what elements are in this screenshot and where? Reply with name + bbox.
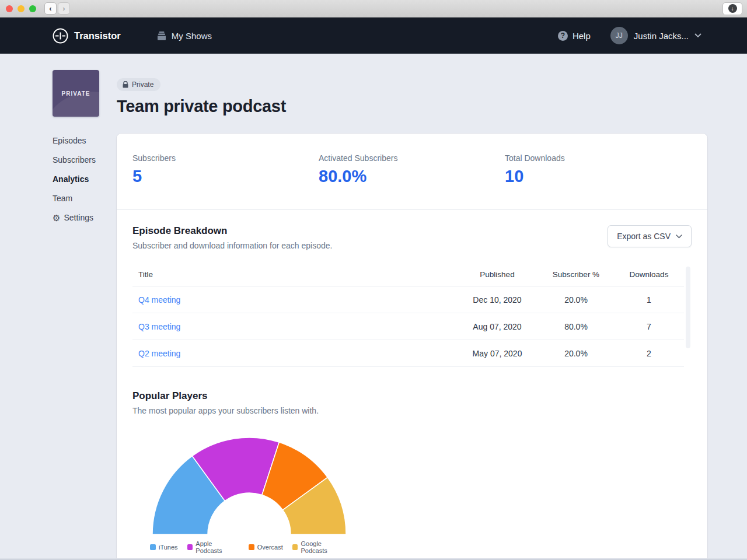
sidebar-item-analytics[interactable]: Analytics xyxy=(53,174,117,184)
sidebar-item-team[interactable]: Team xyxy=(53,194,117,203)
column-header-title: Title xyxy=(132,263,456,286)
stat-total-downloads: Total Downloads 10 xyxy=(505,153,691,186)
analytics-card: Subscribers 5 Activated Subscribers 80.0… xyxy=(117,134,707,560)
chevron-down-icon xyxy=(676,235,682,239)
artwork-label: PRIVATE xyxy=(62,90,90,97)
avatar: JJ xyxy=(610,27,628,44)
legend-item: Google Podcasts xyxy=(292,540,348,554)
stat-value: 10 xyxy=(505,167,691,186)
cell-downloads: 2 xyxy=(614,340,684,367)
transistor-logo-icon xyxy=(53,28,68,44)
show-nav: Episodes Subscribers Analytics Team ⚙ Se… xyxy=(53,136,117,222)
stat-value: 5 xyxy=(132,167,319,186)
settings-label: Settings xyxy=(64,213,93,222)
cell-subscriber-pct: 20.0% xyxy=(538,286,614,313)
download-icon: ↓ xyxy=(728,4,737,13)
table-row: Q4 meeting Dec 10, 2020 20.0% 1 xyxy=(132,286,684,313)
half-donut-chart xyxy=(150,436,348,536)
legend-swatch xyxy=(249,544,254,550)
table-row: Q3 meeting Aug 07, 2020 80.0% 7 xyxy=(132,313,684,340)
legend-item: Overcast xyxy=(249,540,283,554)
legend-swatch xyxy=(292,544,298,550)
episode-table: Title Published Subscriber % Downloads Q… xyxy=(132,263,684,367)
legend-label: Google Podcasts xyxy=(301,540,348,554)
traffic-lights xyxy=(6,5,36,12)
lock-icon xyxy=(123,81,128,88)
cell-published: Aug 07, 2020 xyxy=(456,313,538,340)
cell-published: May 07, 2020 xyxy=(456,340,538,367)
episode-breakdown-subtitle: Subscriber and download information for … xyxy=(132,241,332,250)
browser-forward-button[interactable]: › xyxy=(58,2,70,15)
app-navbar: Transistor My Shows ? Help JJ Justin Jac… xyxy=(0,18,747,54)
help-link[interactable]: ? Help xyxy=(558,31,591,41)
cell-downloads: 7 xyxy=(614,313,684,340)
brand-name: Transistor xyxy=(74,30,121,41)
stat-subscribers: Subscribers 5 xyxy=(132,153,319,186)
zoom-window-button[interactable] xyxy=(29,5,36,12)
export-csv-button[interactable]: Export as CSV xyxy=(608,225,692,247)
my-shows-label: My Shows xyxy=(172,31,212,41)
stat-label: Activated Subscribers xyxy=(319,153,505,163)
browser-back-button[interactable]: ‹ xyxy=(44,2,57,15)
page-title: Team private podcast xyxy=(117,97,707,116)
stat-label: Total Downloads xyxy=(505,153,691,163)
shows-archive-icon xyxy=(157,32,166,40)
column-header-downloads: Downloads xyxy=(614,263,684,286)
popular-players-section: Popular Players The most popular apps yo… xyxy=(117,367,707,560)
window-titlebar: ‹ › ↓ xyxy=(0,0,747,18)
episode-link[interactable]: Q2 meeting xyxy=(138,349,180,358)
column-header-subscriber-pct: Subscriber % xyxy=(538,263,614,286)
column-header-published: Published xyxy=(456,263,538,286)
page-body: PRIVATE Episodes Subscribers Analytics T… xyxy=(0,54,747,560)
cell-downloads: 1 xyxy=(614,286,684,313)
episode-link[interactable]: Q4 meeting xyxy=(138,295,180,304)
chevron-down-icon xyxy=(694,33,701,38)
episode-table-wrap: Title Published Subscriber % Downloads Q… xyxy=(132,263,684,367)
private-badge-label: Private xyxy=(132,80,153,89)
cell-subscriber-pct: 80.0% xyxy=(538,313,614,340)
export-csv-label: Export as CSV xyxy=(617,232,671,241)
stats-row: Subscribers 5 Activated Subscribers 80.0… xyxy=(117,134,707,210)
stat-activated-subscribers: Activated Subscribers 80.0% xyxy=(319,153,505,186)
popular-players-subtitle: The most popular apps your subscribers l… xyxy=(132,406,692,415)
show-sidebar: PRIVATE Episodes Subscribers Analytics T… xyxy=(53,70,117,560)
stat-value: 80.0% xyxy=(319,167,505,186)
user-menu[interactable]: JJ Justin Jacks... xyxy=(610,27,701,44)
legend-swatch xyxy=(187,544,193,550)
downloads-button[interactable]: ↓ xyxy=(722,2,742,15)
minimize-window-button[interactable] xyxy=(18,5,25,12)
table-scrollbar[interactable] xyxy=(686,267,690,348)
popular-players-title: Popular Players xyxy=(132,390,692,402)
my-shows-link[interactable]: My Shows xyxy=(157,31,212,41)
sidebar-item-episodes[interactable]: Episodes xyxy=(53,136,117,145)
close-window-button[interactable] xyxy=(6,5,13,12)
private-badge: Private xyxy=(117,78,160,91)
episode-breakdown-section: Episode Breakdown Subscriber and downloa… xyxy=(117,210,707,367)
legend-label: Overcast xyxy=(257,544,283,551)
stat-label: Subscribers xyxy=(132,153,319,163)
cell-published: Dec 10, 2020 xyxy=(456,286,538,313)
legend-item: iTunes xyxy=(150,540,178,554)
gear-icon: ⚙ xyxy=(53,214,60,222)
chart-legend: iTunesApple PodcastsOvercastGoogle Podca… xyxy=(150,540,348,554)
legend-label: iTunes xyxy=(159,544,178,551)
table-header-row: Title Published Subscriber % Downloads xyxy=(132,263,684,286)
sidebar-item-settings[interactable]: ⚙ Settings xyxy=(53,213,117,222)
brand-home-link[interactable]: Transistor xyxy=(53,28,121,44)
main-content: Private Team private podcast Subscribers… xyxy=(117,70,707,560)
show-artwork[interactable]: PRIVATE xyxy=(53,70,99,117)
help-icon: ? xyxy=(558,31,568,41)
legend-item: Apple Podcasts xyxy=(187,540,239,554)
help-label: Help xyxy=(573,31,591,41)
legend-swatch xyxy=(150,544,156,550)
popular-players-chart: iTunesApple PodcastsOvercastGoogle Podca… xyxy=(150,436,348,554)
cell-subscriber-pct: 20.0% xyxy=(538,340,614,367)
episode-breakdown-title: Episode Breakdown xyxy=(132,225,332,237)
sidebar-item-subscribers[interactable]: Subscribers xyxy=(53,155,117,164)
table-row: Q2 meeting May 07, 2020 20.0% 2 xyxy=(132,340,684,367)
episode-link[interactable]: Q3 meeting xyxy=(138,322,180,331)
user-name: Justin Jacks... xyxy=(634,31,689,41)
legend-label: Apple Podcasts xyxy=(196,540,239,554)
